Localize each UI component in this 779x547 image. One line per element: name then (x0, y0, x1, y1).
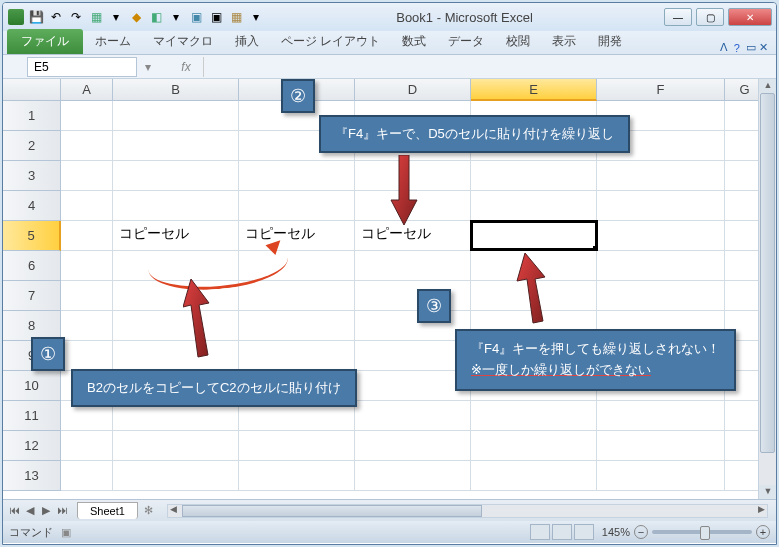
view-normal-button[interactable] (530, 524, 550, 540)
view-pagebreak-button[interactable] (574, 524, 594, 540)
cell[interactable] (113, 311, 239, 341)
qat-icon[interactable]: ▣ (187, 8, 205, 26)
cell[interactable] (597, 401, 725, 431)
cell[interactable] (239, 251, 355, 281)
row-header[interactable]: 12 (3, 431, 61, 461)
cell[interactable] (61, 161, 113, 191)
cell[interactable] (355, 461, 471, 491)
cell[interactable] (239, 161, 355, 191)
cell[interactable] (113, 191, 239, 221)
cell[interactable] (471, 251, 597, 281)
row-header[interactable]: 2 (3, 131, 61, 161)
cell[interactable] (355, 401, 471, 431)
cell[interactable] (355, 311, 471, 341)
cell[interactable] (471, 431, 597, 461)
help-icon[interactable]: ? (734, 42, 740, 54)
ribbon-options-icon[interactable]: ▭ ✕ (746, 41, 768, 54)
tab-developer[interactable]: 開発 (588, 29, 632, 54)
qat-icon[interactable]: ◧ (147, 8, 165, 26)
column-header[interactable]: F (597, 79, 725, 101)
cell[interactable] (597, 191, 725, 221)
cell[interactable] (471, 401, 597, 431)
cell[interactable] (471, 281, 597, 311)
cell[interactable] (61, 461, 113, 491)
row-header[interactable]: 13 (3, 461, 61, 491)
cell[interactable]: コピーセル (355, 221, 471, 251)
row-header[interactable]: 5 (3, 221, 61, 251)
tab-insert[interactable]: 挿入 (225, 29, 269, 54)
cell[interactable] (61, 101, 113, 131)
horizontal-scrollbar[interactable]: ◀ ▶ (167, 504, 768, 518)
qat-icon[interactable]: ▾ (107, 8, 125, 26)
cell[interactable]: コピーセル (113, 221, 239, 251)
column-header[interactable]: E (471, 79, 597, 101)
cell[interactable] (113, 161, 239, 191)
tab-home[interactable]: ホーム (85, 29, 141, 54)
row-header[interactable]: 11 (3, 401, 61, 431)
qat-icon[interactable]: ▦ (87, 8, 105, 26)
cell[interactable] (355, 371, 471, 401)
sheet-nav-next-icon[interactable]: ▶ (39, 504, 53, 517)
tab-view[interactable]: 表示 (542, 29, 586, 54)
cell[interactable] (355, 341, 471, 371)
cell[interactable] (471, 191, 597, 221)
cell[interactable] (113, 431, 239, 461)
cells-area[interactable]: コピーセルコピーセルコピーセル (61, 101, 765, 491)
fx-icon[interactable]: fx (177, 60, 195, 74)
row-header[interactable]: 4 (3, 191, 61, 221)
row-header[interactable]: 1 (3, 101, 61, 131)
tab-review[interactable]: 校閲 (496, 29, 540, 54)
close-button[interactable]: ✕ (728, 8, 772, 26)
qat-icon[interactable]: ▾ (247, 8, 265, 26)
zoom-slider[interactable] (652, 530, 752, 534)
cell[interactable] (61, 341, 113, 371)
cell[interactable] (61, 311, 113, 341)
column-header[interactable]: A (61, 79, 113, 101)
cell[interactable] (239, 311, 355, 341)
row-header[interactable]: 3 (3, 161, 61, 191)
sheet-nav-last-icon[interactable]: ⏭ (55, 504, 69, 517)
maximize-button[interactable]: ▢ (696, 8, 724, 26)
cell[interactable] (597, 461, 725, 491)
hscroll-right-icon[interactable]: ▶ (758, 504, 765, 514)
cell[interactable] (113, 131, 239, 161)
row-header[interactable]: 7 (3, 281, 61, 311)
cell[interactable] (355, 161, 471, 191)
minimize-button[interactable]: — (664, 8, 692, 26)
worksheet-grid[interactable]: ABCDEFG 12345678910111213 コピーセルコピーセルコピーセ… (3, 79, 776, 499)
tab-formulas[interactable]: 数式 (392, 29, 436, 54)
cell[interactable] (239, 341, 355, 371)
scroll-down-icon[interactable]: ▼ (759, 485, 777, 499)
cell[interactable] (471, 461, 597, 491)
cell[interactable] (239, 191, 355, 221)
sheet-nav-prev-icon[interactable]: ◀ (23, 504, 37, 517)
scroll-up-icon[interactable]: ▲ (759, 79, 777, 93)
scroll-thumb[interactable] (760, 93, 775, 453)
cell[interactable] (355, 191, 471, 221)
tab-data[interactable]: データ (438, 29, 494, 54)
qat-icon[interactable]: ▾ (167, 8, 185, 26)
vertical-scrollbar[interactable]: ▲ ▼ (758, 79, 776, 499)
sheet-tab-sheet1[interactable]: Sheet1 (77, 502, 138, 519)
qat-icon[interactable]: ▦ (227, 8, 245, 26)
name-box[interactable]: E5 (27, 57, 137, 77)
cell[interactable] (597, 221, 725, 251)
cell[interactable] (113, 341, 239, 371)
cell[interactable] (113, 251, 239, 281)
tab-pagelayout[interactable]: ページ レイアウト (271, 29, 390, 54)
cell[interactable] (113, 461, 239, 491)
cell[interactable] (239, 461, 355, 491)
column-header[interactable]: D (355, 79, 471, 101)
formula-input[interactable] (203, 57, 776, 77)
tab-mymacro[interactable]: マイマクロ (143, 29, 223, 54)
zoom-in-button[interactable]: + (756, 525, 770, 539)
cell[interactable] (355, 281, 471, 311)
macro-record-icon[interactable]: ▣ (61, 526, 71, 539)
new-sheet-icon[interactable]: ✻ (138, 504, 159, 517)
namebox-dropdown-icon[interactable]: ▾ (145, 60, 151, 74)
cell[interactable] (61, 191, 113, 221)
qat-icon[interactable]: ◆ (127, 8, 145, 26)
ribbon-minimize-icon[interactable]: ᐱ (720, 41, 728, 54)
cell[interactable] (61, 281, 113, 311)
tab-file[interactable]: ファイル (7, 29, 83, 54)
